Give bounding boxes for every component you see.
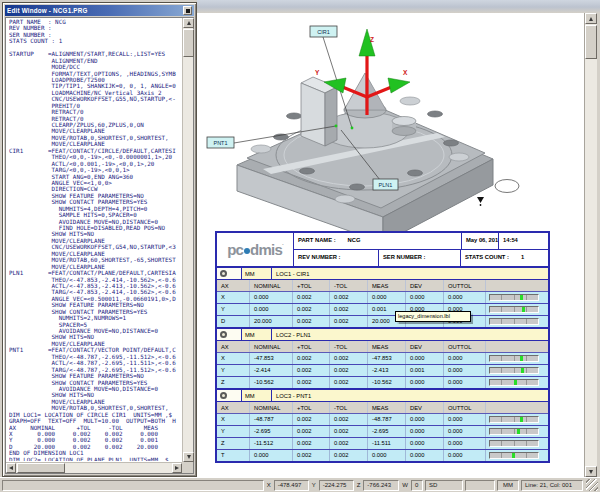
scroll-up-button[interactable]	[585, 13, 597, 24]
dimension-settings-cell[interactable]	[217, 329, 242, 340]
ser-number-cell: SER NUMBER :	[379, 250, 461, 266]
x-coord-value: -478.497	[274, 480, 309, 491]
dimension-section-loc1: MM LOC1 - CIR1 AXNOMINAL +TOL-TOL MEASDE…	[217, 266, 548, 327]
cell-meas: -47.853	[368, 353, 406, 364]
cell-ax: Z	[217, 377, 250, 388]
cell-ptol: 0.002	[293, 426, 330, 437]
table-row: Y -2.414 0.002 0.002 -2.413 0.001 0.000	[217, 364, 548, 376]
scrollbar-thumb[interactable]	[17, 463, 65, 473]
dimension-header-bar[interactable]: MM LOC3 - PNT1	[217, 390, 548, 402]
dimension-header-bar[interactable]: MM LOC1 - CIR1	[217, 268, 548, 280]
cell-outtol: 0.000	[444, 377, 486, 388]
report-header: pcdmis´ PART NAME :NCG May 06, 2011 14:5…	[217, 233, 548, 266]
cell-dev: 0.000	[406, 414, 444, 425]
cell-ax: Z	[217, 438, 250, 449]
graphic-display-window[interactable]: Z X Y CIR1 PNT1 PLN1	[197, 13, 584, 232]
cell-outtol: 0.000	[444, 426, 486, 437]
status-bar: X -478.497 Y -224.275 Z -766.243 W 0 SD …	[0, 477, 600, 492]
arrow-left-icon	[9, 466, 13, 470]
scrollbar-corner	[182, 462, 193, 473]
x-axis-label: X	[403, 69, 408, 76]
units-cell: MM	[242, 390, 272, 401]
stats-count-cell: STATS COUNT :1	[461, 250, 548, 266]
feature-label-cir1[interactable]: CIR1	[310, 26, 337, 37]
cell-dev: 0.000	[406, 450, 444, 461]
gear-icon	[220, 392, 227, 399]
cell-ptol: 0.002	[293, 365, 330, 376]
gear-icon	[220, 270, 227, 277]
edit-window: Edit Window - NCG1.PRG PART NAME : NCG R…	[2, 2, 197, 477]
cell-ntol: 0.002	[330, 438, 368, 449]
svg-text:CIR1: CIR1	[317, 29, 330, 35]
cell-ax: Y	[217, 304, 250, 315]
scrollbar-thumb[interactable]	[585, 25, 597, 59]
edit-vertical-scrollbar[interactable]	[182, 18, 193, 462]
z-coord-label: Z	[356, 482, 362, 488]
units-cell: MM	[242, 329, 272, 340]
cell-dev: 0.000	[406, 353, 444, 364]
cell-ax: Y	[217, 426, 250, 437]
table-row: D 20.000 0.002 0.002 20.000 0.000	[217, 315, 548, 327]
column-header-row: AXNOMINAL +TOL-TOL MEASDEV OUTTOL	[217, 280, 548, 292]
x-coord-label: X	[266, 482, 272, 488]
report-window: pcdmis´ PART NAME :NCG May 06, 2011 14:5…	[215, 231, 550, 463]
edit-window-code[interactable]: PART NAME : NCG REV NUMBER : SER NUMBER …	[9, 19, 180, 461]
column-header-row: AXNOMINAL +TOL-TOL MEASDEV OUTTOL	[217, 341, 548, 353]
table-row: Y -2.695 0.002 0.002 -2.695 0.000 0.000	[217, 425, 548, 437]
cell-ptol: 0.002	[293, 292, 330, 303]
dimension-settings-cell[interactable]	[217, 390, 242, 401]
deviation-bar	[486, 414, 548, 425]
dimension-settings-cell[interactable]	[217, 268, 242, 279]
cell-ax: X	[217, 353, 250, 364]
table-row: Z -10.562 0.002 0.002 -10.562 0.000 0.00…	[217, 376, 548, 388]
scroll-down-button[interactable]	[183, 452, 194, 462]
cell-outtol: 0.000	[444, 414, 486, 425]
scroll-down-button[interactable]	[585, 466, 597, 477]
resize-grip[interactable]	[586, 479, 598, 491]
window-control-button[interactable]	[183, 6, 192, 15]
table-row: T 0.000 0.002 0.002 0.000 0.000 0.000	[217, 449, 548, 461]
report-time: 14:54	[499, 233, 548, 249]
deviation-bar	[486, 438, 548, 449]
dimension-title: LOC3 - PNT1	[272, 390, 548, 401]
cell-outtol: 0.000	[444, 353, 486, 364]
main-vertical-scrollbar[interactable]	[584, 13, 597, 477]
arrow-down-icon	[589, 470, 593, 474]
cell-meas: 0.000	[368, 450, 406, 461]
scroll-left-button[interactable]	[6, 463, 16, 473]
scroll-up-button[interactable]	[183, 18, 194, 28]
line-col-panel: Line: 21, Col: 001	[521, 480, 583, 491]
svg-text:PNT1: PNT1	[213, 140, 227, 146]
column-header-row: AXNOMINAL +TOL-TOL MEASDEV OUTTOL	[217, 402, 548, 414]
cell-dev: 0.000	[406, 438, 444, 449]
table-row: Y 0.000 0.002 0.002 0.001 0.000 0.000	[217, 303, 548, 315]
status-message-panel	[2, 480, 264, 491]
cell-ptol: 0.002	[293, 316, 330, 327]
cell-outtol: 0.000	[444, 292, 486, 303]
cell-ptol: 0.002	[293, 450, 330, 461]
edit-window-titlebar[interactable]: Edit Window - NCG1.PRG	[5, 5, 194, 16]
scrollbar-thumb[interactable]	[183, 29, 194, 57]
feature-label-pln1[interactable]: PLN1	[373, 179, 398, 190]
sd-panel: SD	[425, 480, 463, 491]
part-name-cell: PART NAME :NCG	[294, 233, 462, 249]
cell-outtol: 0.000	[444, 365, 486, 376]
cell-ntol: 0.002	[330, 377, 368, 388]
cell-meas: -2.695	[368, 426, 406, 437]
cell-ntol: 0.002	[330, 316, 368, 327]
cell-dev: 0.000	[406, 292, 444, 303]
edit-horizontal-scrollbar[interactable]	[6, 462, 182, 473]
feature-label-pnt1[interactable]: PNT1	[207, 137, 234, 148]
w-coord-label: W	[401, 482, 409, 488]
dimension-header-bar[interactable]: MM LOC2 - PLN1	[217, 329, 548, 341]
cell-nominal: -2.695	[250, 426, 293, 437]
ellipse-annotation	[495, 180, 519, 193]
cell-nominal: 20.000	[250, 316, 293, 327]
cell-nominal: -2.414	[250, 365, 293, 376]
scroll-right-button[interactable]	[172, 463, 182, 473]
cell-ax: D	[217, 316, 250, 327]
deviation-bar	[486, 353, 548, 364]
probe-marker-icon	[477, 197, 484, 206]
z-axis-label: Z	[370, 36, 374, 43]
cell-ptol: 0.002	[293, 353, 330, 364]
